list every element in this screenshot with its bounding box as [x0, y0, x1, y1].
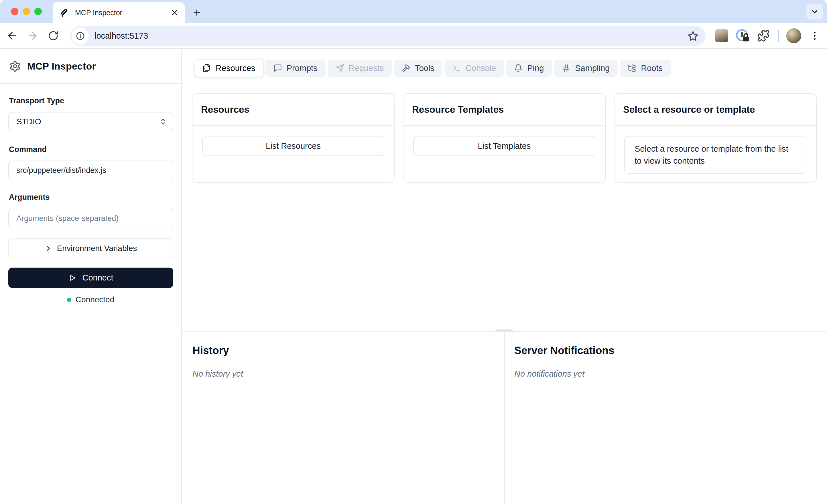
- resource-templates-card-title: Resource Templates: [412, 104, 504, 115]
- toolbar-divider: [778, 30, 779, 42]
- browser-tab-strip: MCP Inspector: [0, 0, 827, 23]
- resource-templates-card-header: Resource Templates: [403, 94, 605, 126]
- status-text: Connected: [76, 295, 114, 304]
- sidebar: MCP Inspector Transport Type STDIO Comma…: [0, 49, 182, 504]
- environment-variables-label: Environment Variables: [57, 244, 137, 253]
- bottom-panels: History No history yet Server Notificati…: [182, 332, 827, 504]
- resource-preview-card-title: Select a resource or template: [623, 104, 755, 115]
- folder-tree-icon: [628, 64, 636, 72]
- app-tab-bar: Resources Prompts Requests: [194, 59, 671, 77]
- resources-card-header: Resources: [192, 94, 394, 126]
- tab-search-button[interactable]: [807, 4, 823, 19]
- tab-ping[interactable]: Ping: [506, 59, 552, 77]
- hash-icon: [562, 64, 571, 72]
- play-icon: [68, 273, 77, 282]
- resource-preview-card: Select a resource or template Select a r…: [614, 93, 817, 183]
- mcp-inspector-app: MCP Inspector Transport Type STDIO Comma…: [0, 49, 827, 504]
- chevrons-up-down-icon: [159, 118, 167, 125]
- list-resources-button[interactable]: List Resources: [202, 136, 384, 156]
- files-icon: [202, 64, 211, 72]
- tab-console[interactable]: Console: [444, 59, 504, 77]
- tab-label: Ping: [527, 63, 544, 73]
- forward-button[interactable]: [27, 30, 38, 42]
- command-label: Command: [9, 145, 47, 154]
- terminal-icon: [452, 64, 461, 72]
- main-content: Resources Prompts Requests: [182, 49, 827, 504]
- profile-avatar[interactable]: [786, 28, 801, 43]
- connect-button[interactable]: Connect: [8, 267, 173, 288]
- hammer-icon: [402, 64, 410, 72]
- environment-variables-button[interactable]: Environment Variables: [8, 238, 173, 258]
- list-templates-button[interactable]: List Templates: [413, 136, 595, 156]
- tab-roots[interactable]: Roots: [620, 59, 671, 77]
- history-panel: History No history yet: [182, 332, 505, 504]
- close-window-button[interactable]: [11, 8, 18, 15]
- server-notifications-panel: Server Notifications No notifications ye…: [505, 332, 827, 504]
- password-manager-icon[interactable]: [735, 29, 750, 43]
- tab-close-icon[interactable]: [171, 8, 179, 17]
- url-text[interactable]: localhost:5173: [95, 31, 687, 41]
- tab-label: Tools: [415, 63, 434, 73]
- transport-type-value: STDIO: [16, 117, 41, 126]
- extensions-puzzle-icon[interactable]: [757, 30, 770, 42]
- tab-label: Resources: [215, 63, 255, 73]
- address-bar[interactable]: localhost:5173: [70, 26, 706, 46]
- chevron-down-icon: [811, 7, 819, 16]
- history-title: History: [192, 345, 504, 357]
- tab-resources[interactable]: Resources: [194, 59, 263, 77]
- zoom-window-button[interactable]: [34, 8, 42, 15]
- info-icon: [76, 31, 85, 41]
- resource-preview-card-header: Select a resource or template: [615, 94, 816, 126]
- back-button[interactable]: [6, 30, 18, 42]
- minimize-window-button[interactable]: [22, 8, 30, 15]
- notifications-empty-text: No notifications yet: [514, 369, 827, 379]
- arguments-label: Arguments: [9, 193, 50, 202]
- browser-tab[interactable]: MCP Inspector: [53, 2, 185, 23]
- transport-type-label: Transport Type: [9, 96, 64, 105]
- tab-label: Console: [466, 63, 496, 73]
- chevron-right-icon: [45, 245, 52, 252]
- send-icon: [336, 64, 344, 72]
- bookmark-star-icon[interactable]: [687, 30, 699, 42]
- browser-toolbar: localhost:5173: [0, 23, 827, 49]
- resource-preview-placeholder: Select a resource or template from the l…: [624, 136, 807, 174]
- app-title: MCP Inspector: [27, 61, 96, 72]
- transport-type-select[interactable]: STDIO: [8, 112, 173, 131]
- sidebar-header: MCP Inspector: [0, 49, 181, 84]
- command-input[interactable]: [8, 160, 173, 180]
- resource-templates-card: Resource Templates List Templates: [403, 93, 605, 183]
- status-dot-icon: [67, 298, 71, 302]
- new-tab-button[interactable]: [192, 8, 201, 17]
- resources-card: Resources List Resources: [192, 93, 395, 183]
- extension-photo-icon[interactable]: [715, 29, 728, 42]
- connection-status: Connected: [0, 294, 181, 305]
- resources-card-title: Resources: [201, 104, 249, 115]
- tab-title: MCP Inspector: [75, 9, 165, 17]
- tab-tools[interactable]: Tools: [394, 59, 442, 77]
- browser-chrome: MCP Inspector: [0, 0, 827, 49]
- server-notifications-title: Server Notifications: [514, 345, 827, 357]
- mcp-logo-icon: [59, 7, 70, 18]
- tab-requests[interactable]: Requests: [328, 59, 392, 77]
- tab-label: Requests: [349, 63, 384, 73]
- bell-icon: [514, 64, 523, 72]
- arguments-input[interactable]: [8, 209, 173, 229]
- gear-icon: [9, 60, 21, 72]
- tab-label: Prompts: [287, 63, 318, 73]
- tab-sampling[interactable]: Sampling: [554, 59, 618, 77]
- traffic-lights: [11, 8, 42, 15]
- message-square-icon: [274, 64, 282, 72]
- tab-label: Roots: [641, 63, 663, 73]
- connect-label: Connect: [82, 273, 113, 283]
- site-info-chip[interactable]: [71, 28, 89, 45]
- history-empty-text: No history yet: [192, 369, 504, 379]
- tab-prompts[interactable]: Prompts: [265, 59, 326, 77]
- browser-window: MCP Inspector: [0, 0, 827, 504]
- browser-menu-icon[interactable]: [809, 30, 820, 41]
- tab-label: Sampling: [575, 63, 610, 73]
- reload-button[interactable]: [48, 30, 59, 41]
